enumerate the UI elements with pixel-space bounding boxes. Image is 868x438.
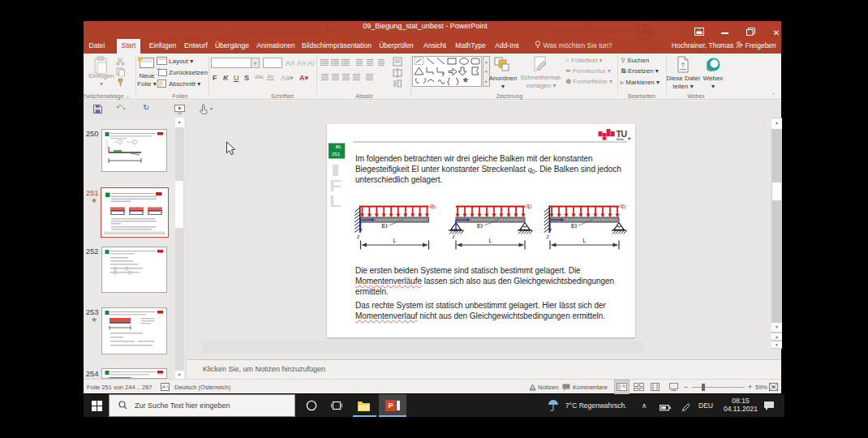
svg-text:EI: EI xyxy=(382,222,388,230)
svg-text:q0: q0 xyxy=(430,201,436,209)
svg-text:L: L xyxy=(489,238,492,243)
svg-text:q0: q0 xyxy=(621,201,626,209)
svg-text:L: L xyxy=(329,192,342,210)
svg-text:z: z xyxy=(356,234,360,239)
svg-text:L: L xyxy=(393,238,397,243)
svg-text:EI: EI xyxy=(477,222,483,230)
svg-text:q0: q0 xyxy=(526,201,532,209)
svg-text:L: L xyxy=(583,238,587,243)
svg-text:251: 251 xyxy=(332,151,341,156)
svg-text:Graz: Graz xyxy=(617,136,624,140)
svg-text:IFL: IFL xyxy=(336,144,342,148)
svg-text:z: z xyxy=(546,234,550,239)
svg-text:EI: EI xyxy=(571,222,577,230)
svg-text:z: z xyxy=(452,234,456,239)
